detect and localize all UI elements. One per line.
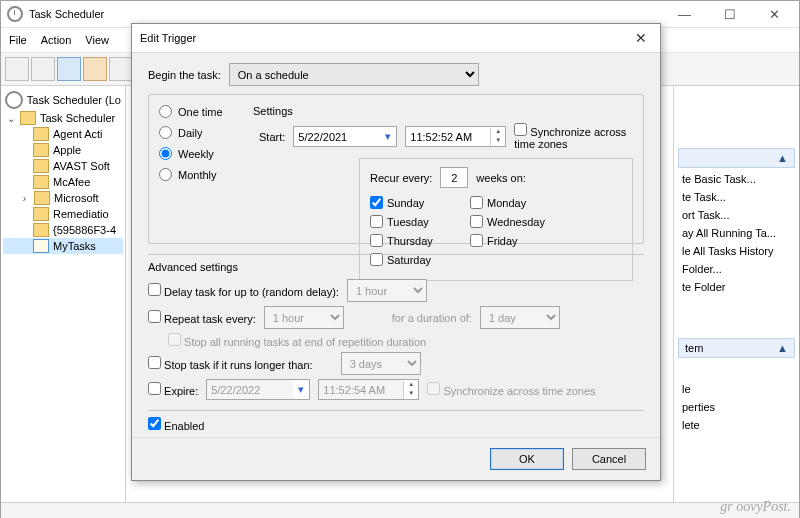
action-item[interactable]: ort Task... (674, 206, 799, 224)
tree-item[interactable]: Apple (53, 144, 81, 156)
tree-item[interactable]: Agent Acti (53, 128, 103, 140)
expire-time-input: ▲▼ (318, 379, 419, 400)
expire-check[interactable]: Expire: (148, 382, 198, 397)
action-item[interactable]: te Basic Task... (674, 170, 799, 188)
day-friday[interactable]: Friday (470, 234, 570, 247)
toolbar-refresh[interactable] (83, 57, 107, 81)
dialog-title-bar: Edit Trigger ✕ (132, 24, 660, 53)
watermark: gr oovyPost. (720, 499, 791, 515)
stop-all-check: Stop all running tasks at end of repetit… (168, 333, 426, 348)
folder-icon (33, 207, 49, 221)
delay-check[interactable]: Delay task for up to (random delay): (148, 283, 339, 298)
tree-item[interactable]: Remediatio (53, 208, 109, 220)
close-button[interactable]: ✕ (752, 2, 797, 26)
stop-long-check[interactable]: Stop task if it runs longer than: (148, 356, 313, 371)
stop-long-select: 3 days (341, 352, 421, 375)
toolbar-back[interactable] (5, 57, 29, 81)
action-item[interactable]: ay All Running Ta... (674, 224, 799, 242)
folder-icon (33, 143, 49, 157)
tree-item[interactable]: McAfee (53, 176, 90, 188)
action-item[interactable]: te Task... (674, 188, 799, 206)
dialog-close-button[interactable]: ✕ (630, 30, 652, 46)
day-tuesday[interactable]: Tuesday (370, 215, 470, 228)
tree-lib[interactable]: Task Scheduler (40, 112, 115, 124)
repeat-check[interactable]: Repeat task every: (148, 310, 256, 325)
start-date-input[interactable]: ▾ (293, 126, 397, 147)
opt-one-time[interactable]: One time (159, 105, 249, 118)
day-thursday[interactable]: Thursday (370, 234, 470, 247)
duration-label: for a duration of: (392, 312, 472, 324)
cancel-button[interactable]: Cancel (572, 448, 646, 470)
ok-button[interactable]: OK (490, 448, 564, 470)
day-monday[interactable]: Monday (470, 196, 570, 209)
folder-icon (20, 111, 36, 125)
tree-item[interactable]: Microsoft (54, 192, 99, 204)
window-title: Task Scheduler (29, 8, 104, 20)
day-sunday[interactable]: Sunday (370, 196, 470, 209)
calendar-icon: ▾ (293, 383, 309, 396)
main-window: Task Scheduler — ☐ ✕ File Action View Ta… (0, 0, 800, 518)
collapse-icon[interactable]: ▲ (777, 152, 788, 164)
menu-file[interactable]: File (9, 34, 27, 46)
minimize-button[interactable]: — (662, 2, 707, 26)
action-item[interactable]: perties (674, 398, 799, 416)
tree-item-selected[interactable]: MyTasks (53, 240, 96, 252)
folder-icon (33, 175, 49, 189)
action-header[interactable]: ▲ (678, 148, 795, 168)
expand-icon[interactable]: ⌄ (5, 113, 16, 124)
dialog-buttons: OK Cancel (132, 437, 660, 480)
folder-icon (33, 127, 49, 141)
opt-monthly[interactable]: Monthly (159, 168, 249, 181)
action-item[interactable]: le (674, 380, 799, 398)
delay-select: 1 hour (347, 279, 427, 302)
menu-view[interactable]: View (85, 34, 109, 46)
repeat-select: 1 hour (264, 306, 344, 329)
start-time-input[interactable]: ▲▼ (405, 126, 506, 147)
maximize-button[interactable]: ☐ (707, 2, 752, 26)
begin-task-label: Begin the task: (148, 69, 221, 81)
app-icon (7, 6, 23, 22)
status-bar (1, 502, 799, 518)
action-header-2[interactable]: tem▲ (678, 338, 795, 358)
tree-item[interactable]: AVAST Soft (53, 160, 110, 172)
action-item[interactable]: le All Tasks History (674, 242, 799, 260)
opt-daily[interactable]: Daily (159, 126, 249, 139)
folder-icon (33, 159, 49, 173)
collapse-icon[interactable]: ▲ (777, 342, 788, 354)
toolbar-help[interactable] (109, 57, 133, 81)
duration-select: 1 day (480, 306, 560, 329)
action-item[interactable]: Folder... (674, 260, 799, 278)
opt-weekly[interactable]: Weekly (159, 147, 249, 160)
folder-icon (34, 191, 50, 205)
sync2-check: Synchronize across time zones (427, 382, 595, 397)
action-item[interactable]: lete (674, 416, 799, 434)
dialog-title: Edit Trigger (140, 32, 196, 44)
toolbar-up[interactable] (57, 57, 81, 81)
recur-label: Recur every: (370, 172, 432, 184)
day-saturday[interactable]: Saturday (370, 253, 470, 266)
action-item[interactable]: te Folder (674, 278, 799, 296)
tree-root[interactable]: Task Scheduler (Lo (27, 94, 121, 106)
day-wednesday[interactable]: Wednesday (470, 215, 570, 228)
edit-trigger-dialog: Edit Trigger ✕ Begin the task: On a sche… (131, 23, 661, 481)
menu-action[interactable]: Action (41, 34, 72, 46)
settings-legend: Settings (249, 105, 297, 117)
sync-timezone-check[interactable]: Synchronize across time zones (514, 123, 633, 150)
expire-date-input: ▾ (206, 379, 310, 400)
folder-icon (33, 239, 49, 253)
enabled-check[interactable]: Enabled (148, 417, 204, 432)
recur-weeks-input[interactable] (440, 167, 468, 188)
folder-icon (33, 223, 49, 237)
nav-tree[interactable]: Task Scheduler (Lo ⌄Task Scheduler Agent… (1, 86, 126, 502)
toolbar-forward[interactable] (31, 57, 55, 81)
expand-icon[interactable]: › (19, 193, 30, 204)
start-label: Start: (259, 131, 285, 143)
actions-panel: ▲ te Basic Task... te Task... ort Task..… (673, 86, 799, 502)
recur-label2: weeks on: (476, 172, 526, 184)
calendar-icon[interactable]: ▾ (380, 130, 396, 143)
tree-item[interactable]: {595886F3-4 (53, 224, 116, 236)
begin-task-select[interactable]: On a schedule (229, 63, 479, 86)
window-buttons: — ☐ ✕ (662, 2, 797, 26)
